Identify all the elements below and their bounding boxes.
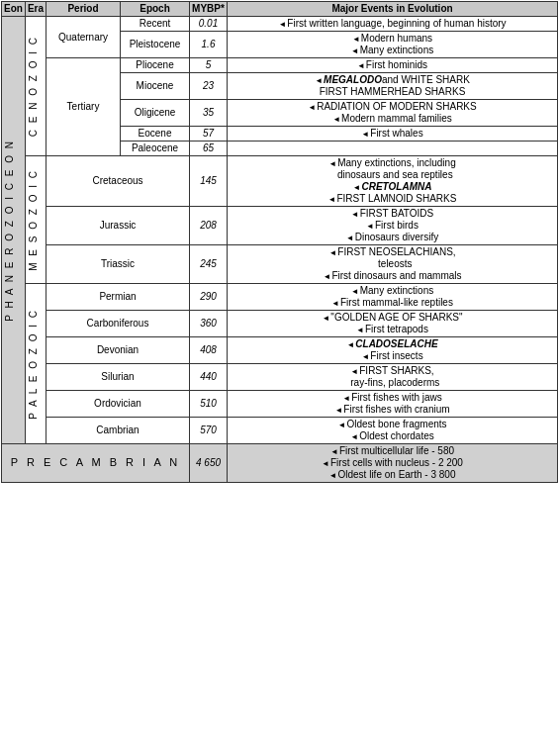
mesozoic-era-label: M E S O Z O I C <box>28 169 40 271</box>
pleistocene-epoch: Pleistocene <box>121 32 190 58</box>
paleocene-epoch: Paleocene <box>121 142 190 156</box>
arrow-icon <box>322 312 329 324</box>
arrow-icon <box>361 350 369 362</box>
arrow-icon <box>332 113 340 125</box>
quaternary-period: Quaternary <box>47 17 121 58</box>
cretaceous-period: Cretaceous <box>47 156 190 207</box>
carboniferous-mybp: 360 <box>190 311 228 337</box>
carboniferous-events: "GOLDEN AGE OF SHARKS" First tetrapods <box>228 311 558 337</box>
silurian-mybp: 440 <box>190 364 228 391</box>
eocene-epoch: Eocene <box>121 127 190 142</box>
miocene-mybp: 23 <box>190 73 228 100</box>
arrow-icon <box>330 445 338 457</box>
ordovician-events: First fishes with jaws First fishes with… <box>228 391 558 418</box>
pleistocene-mybp: 1.6 <box>190 32 228 58</box>
arrow-icon <box>278 18 286 30</box>
header-mybp: MYBP* <box>190 2 228 17</box>
miocene-epoch: Miocene <box>121 73 190 100</box>
jurassic-period: Jurassic <box>47 207 190 245</box>
arrow-icon <box>334 404 342 416</box>
cenozoic-era-label: C E N O Z O I C <box>28 36 40 137</box>
arrow-icon <box>350 365 358 377</box>
precambrian-events: First multicellular life - 580 First cel… <box>228 444 558 483</box>
arrow-icon <box>346 232 354 243</box>
arrow-icon <box>351 285 359 297</box>
oligicene-mybp: 35 <box>190 100 228 127</box>
cambrian-mybp: 570 <box>190 418 228 444</box>
miocene-events: MEGALODOand WHITE SHARK FIRST HAMMERHEAD… <box>228 73 558 100</box>
arrow-icon <box>337 419 345 430</box>
precambrian-mybp: 4 650 <box>190 444 228 483</box>
paleozoic-era-label: P A L E O Z O I C <box>28 309 40 420</box>
oligicene-epoch: Oligicene <box>121 100 190 127</box>
ordovician-mybp: 510 <box>190 391 228 418</box>
permian-period: Permian <box>47 284 190 311</box>
jurassic-mybp: 208 <box>190 207 228 245</box>
arrow-icon <box>342 392 350 404</box>
cretaceous-events: Many extinctions, including dinosaurs an… <box>228 156 558 207</box>
arrow-icon <box>353 181 361 193</box>
paleocene-events <box>228 142 558 156</box>
arrow-icon <box>351 45 359 56</box>
devonian-period: Devonian <box>47 337 190 364</box>
arrow-icon <box>308 101 316 113</box>
recent-epoch: Recent <box>121 17 190 32</box>
arrow-icon <box>322 457 329 469</box>
jurassic-events: FIRST BATOIDS First birds Dinosaurs dive… <box>228 207 558 245</box>
arrow-icon <box>315 74 323 86</box>
permian-events: Many extinctions First mammal-like repti… <box>228 284 558 311</box>
arrow-icon <box>329 469 337 481</box>
triassic-mybp: 245 <box>190 245 228 284</box>
arrow-icon <box>366 220 374 232</box>
pliocene-epoch: Pliocene <box>121 58 190 73</box>
arrow-icon <box>361 128 369 140</box>
recent-events: First written language, beginning of hum… <box>228 17 558 32</box>
header-period: Period <box>47 2 121 17</box>
eocene-events: First whales <box>228 127 558 142</box>
arrow-icon <box>346 338 354 350</box>
triassic-period: Triassic <box>47 245 190 284</box>
silurian-events: FIRST SHARKS, ray-fins, placoderms <box>228 364 558 391</box>
devonian-events: CLADOSELACHE First insects <box>228 337 558 364</box>
arrow-icon <box>357 59 365 71</box>
arrow-icon <box>328 193 336 205</box>
header-epoch: Epoch <box>121 2 190 17</box>
arrow-icon <box>350 430 358 442</box>
header-eon: Eon <box>2 2 26 17</box>
arrow-icon <box>352 33 360 45</box>
arrow-icon <box>323 270 330 282</box>
cambrian-events: Oldest bone fragments Oldest chordates <box>228 418 558 444</box>
header-events: Major Events in Evolution <box>228 2 558 17</box>
cambrian-period: Cambrian <box>47 418 190 444</box>
arrow-icon <box>351 208 359 220</box>
carboniferous-period: Carboniferous <box>47 311 190 337</box>
tertiary-period: Tertiary <box>47 58 121 156</box>
pliocene-mybp: 5 <box>190 58 228 73</box>
arrow-icon <box>356 324 364 335</box>
precambrian-label: P R E C A M B R I A N <box>2 444 190 483</box>
cretaceous-mybp: 145 <box>190 156 228 207</box>
permian-mybp: 290 <box>190 284 228 311</box>
triassic-events: FIRST NEOSELACHIANS, teleosts First dino… <box>228 245 558 284</box>
arrow-icon <box>328 157 336 169</box>
ordovician-period: Ordovician <box>47 391 190 418</box>
devonian-mybp: 408 <box>190 337 228 364</box>
arrow-icon <box>328 246 336 258</box>
pliocene-events: First hominids <box>228 58 558 73</box>
paleocene-mybp: 65 <box>190 142 228 156</box>
main-table: Eon Era Period Epoch MYBP* Major Events … <box>1 1 558 483</box>
phanerozoic-eon-label: P H A N E R O Z O I C E O N <box>4 140 16 322</box>
header-era: Era <box>25 2 46 17</box>
oligicene-events: RADIATION OF MODERN SHARKS Modern mammal… <box>228 100 558 127</box>
eocene-mybp: 57 <box>190 127 228 142</box>
arrow-icon <box>331 297 339 309</box>
recent-mybp: 0.01 <box>190 17 228 32</box>
pleistocene-events: Modern humans Many extinctions <box>228 32 558 58</box>
silurian-period: Silurian <box>47 364 190 391</box>
